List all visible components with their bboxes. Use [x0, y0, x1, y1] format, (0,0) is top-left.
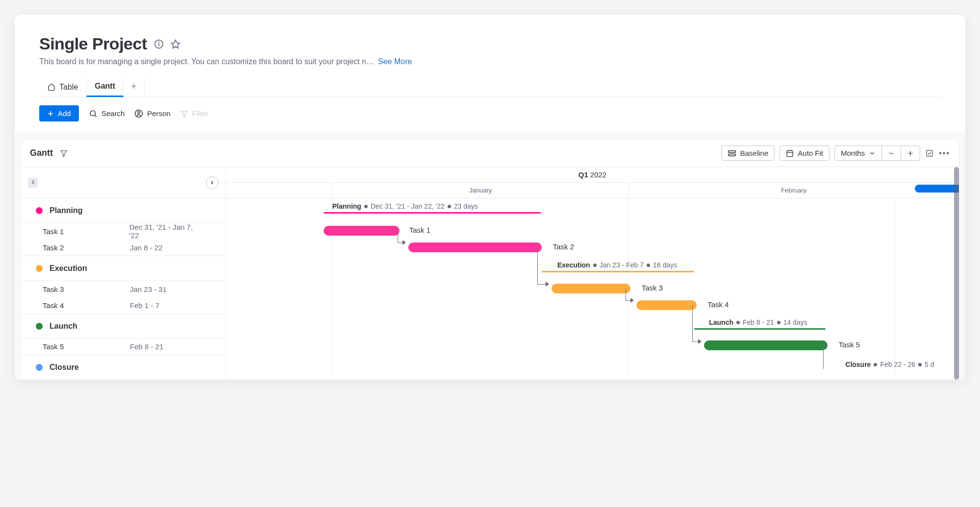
task-name: Task 5 — [43, 342, 130, 351]
task-dates: Feb 8 - 21 — [130, 342, 163, 351]
tab-gantt-label: Gantt — [95, 82, 115, 91]
svg-line-9 — [95, 115, 97, 117]
quarter-year: 2022 — [590, 170, 606, 179]
export-icon[interactable] — [925, 149, 934, 158]
svg-marker-12 — [181, 111, 187, 117]
task-bar[interactable] — [636, 300, 697, 310]
collapse-panel-button[interactable] — [206, 176, 219, 189]
tab-gantt[interactable]: Gantt — [86, 77, 124, 97]
task-row[interactable]: Task 2 Jan 8 - 22 — [21, 240, 226, 256]
group-summary-launch: LaunchFeb 8 - 2114 days — [709, 318, 807, 326]
svg-rect-16 — [787, 150, 793, 156]
board-toolbar: Add Search Person Filter — [15, 97, 965, 132]
gantt-body: ⇕ Planning Task 1 Dec 31, '21 - Jan 7, '… — [21, 167, 959, 380]
task-dates: Dec 31, '21 - Jan 7, '22 — [129, 223, 204, 240]
group-label: Closure — [50, 363, 79, 372]
app-window: Single Project This board is for managin… — [15, 15, 965, 380]
view-tabs: Table Gantt — [39, 77, 941, 97]
svg-marker-3 — [171, 40, 179, 48]
group-label: Execution — [50, 264, 87, 273]
baseline-button[interactable]: Baseline — [721, 145, 775, 161]
task-bar[interactable] — [552, 284, 630, 293]
svg-point-2 — [158, 42, 159, 42]
search-label: Search — [101, 109, 125, 118]
gantt-widget-area: Gantt Baseline Auto Fit — [15, 132, 965, 380]
task-row[interactable]: Task 5 Feb 8 - 21 — [21, 338, 226, 355]
task-row[interactable]: Task 1 Dec 31, '21 - Jan 7, '22 — [21, 223, 226, 240]
scale-label: Months — [841, 149, 865, 157]
info-icon[interactable] — [154, 39, 164, 49]
bars-layer: PlanningDec 31, '21 - Jan 22, '2223 days… — [226, 198, 959, 380]
add-button[interactable]: Add — [39, 105, 79, 121]
task-row[interactable]: Task 4 Feb 1 - 7 — [21, 297, 226, 314]
task-bar-label: Task 3 — [642, 284, 663, 292]
group-color-dot — [36, 265, 43, 272]
task-name: Task 2 — [43, 243, 130, 252]
task-dates: Jan 23 - 31 — [130, 285, 167, 293]
group-summary-closure: ClosureFeb 22 - 265 d — [845, 361, 934, 368]
task-row[interactable]: Task 3 Jan 23 - 31 — [21, 281, 226, 297]
gantt-task-list: ⇕ Planning Task 1 Dec 31, '21 - Jan 7, '… — [21, 167, 226, 380]
group-row-planning[interactable]: Planning — [21, 198, 226, 223]
group-summary-execution: ExecutionJan 23 - Feb 716 days — [557, 261, 677, 269]
scale-select[interactable]: Months — [834, 145, 882, 161]
add-view-button[interactable] — [124, 78, 145, 97]
group-summary-planning: PlanningDec 31, '21 - Jan 22, '2223 days — [332, 202, 478, 210]
autofit-label: Auto Fit — [798, 149, 823, 157]
more-icon[interactable]: ••• — [939, 149, 950, 158]
board-title: Single Project — [39, 34, 147, 53]
group-underline-planning[interactable] — [324, 212, 541, 214]
svg-marker-13 — [61, 150, 67, 156]
see-more-link[interactable]: See More — [378, 57, 412, 66]
gantt-timeline[interactable]: Q1 2022 January February — [226, 167, 959, 380]
group-color-dot — [36, 364, 43, 371]
add-button-label: Add — [58, 109, 71, 118]
svg-point-11 — [138, 111, 140, 114]
group-row-execution[interactable]: Execution — [21, 256, 226, 281]
gantt-widget-title: Gantt — [30, 148, 53, 158]
month-col-feb: February — [628, 183, 959, 198]
task-bar-label: Task 4 — [707, 300, 729, 309]
month-col-prev — [226, 183, 332, 198]
task-bar-label: Task 2 — [553, 242, 574, 251]
search-tool[interactable]: Search — [89, 109, 125, 118]
group-label: Launch — [50, 322, 77, 331]
chevron-left-icon — [209, 180, 215, 186]
task-bar[interactable] — [324, 226, 400, 236]
tab-table-label: Table — [59, 83, 78, 92]
task-bar[interactable] — [408, 242, 542, 252]
person-tool[interactable]: Person — [134, 109, 171, 118]
today-indicator — [915, 185, 959, 193]
group-row-closure[interactable]: Closure — [21, 355, 226, 380]
task-name: Task 1 — [43, 227, 129, 236]
svg-point-8 — [90, 111, 96, 116]
group-row-launch[interactable]: Launch — [21, 314, 226, 338]
task-name: Task 3 — [43, 285, 130, 293]
autofit-button[interactable]: Auto Fit — [779, 145, 829, 161]
zoom-out-button[interactable] — [882, 145, 901, 161]
zoom-in-button[interactable] — [901, 145, 920, 161]
star-icon[interactable] — [171, 39, 180, 49]
tab-table[interactable]: Table — [39, 78, 86, 97]
filter-icon[interactable] — [60, 149, 68, 157]
person-label: Person — [147, 109, 171, 118]
group-underline-execution[interactable] — [542, 271, 694, 272]
group-color-dot — [36, 207, 43, 214]
task-name: Task 4 — [43, 301, 130, 310]
baseline-label: Baseline — [740, 149, 769, 157]
gantt-card: Gantt Baseline Auto Fit — [21, 139, 959, 380]
task-bar-label: Task 5 — [839, 340, 860, 349]
group-underline-launch[interactable] — [694, 328, 826, 330]
board-header: Single Project This board is for managin… — [15, 34, 965, 97]
filter-tool[interactable]: Filter — [180, 109, 208, 118]
task-bar[interactable] — [704, 340, 828, 350]
gantt-header: Gantt Baseline Auto Fit — [21, 140, 959, 167]
quarter-label: Q1 — [578, 170, 588, 179]
group-color-dot — [36, 323, 43, 330]
chevron-down-icon — [869, 150, 876, 157]
svg-rect-23 — [927, 150, 932, 156]
timeline-header: Q1 2022 January February — [226, 167, 959, 198]
collapse-all-icon[interactable]: ⇕ — [28, 178, 38, 188]
vertical-scrollbar[interactable] — [954, 167, 959, 380]
svg-rect-15 — [728, 154, 735, 156]
